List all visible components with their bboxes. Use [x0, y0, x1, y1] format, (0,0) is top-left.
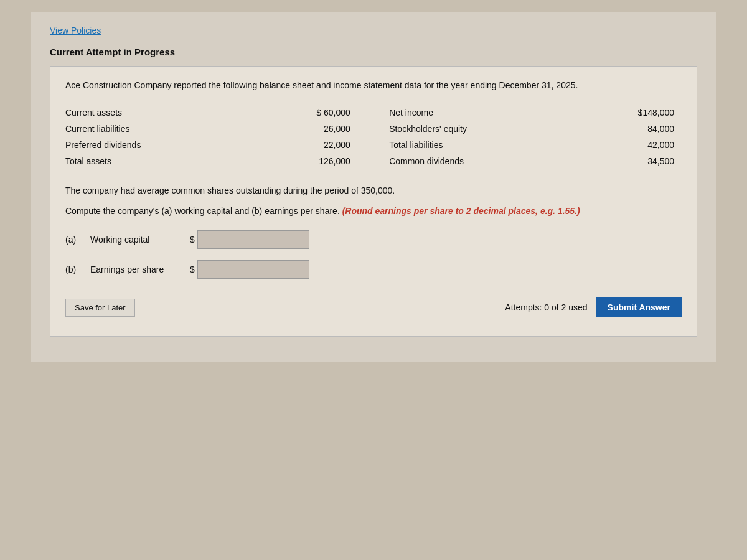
answer-label: Working capital [90, 235, 190, 245]
left-label: Current assets [65, 105, 253, 121]
right-label: Total liabilities [389, 137, 577, 153]
right-bottom: Attempts: 0 of 2 used Submit Answer [505, 297, 682, 317]
answer-letter: (a) [65, 235, 90, 245]
right-label: Net income [389, 105, 577, 121]
left-value: 26,000 [253, 121, 358, 137]
right-value: 34,500 [577, 153, 682, 169]
current-attempt-title: Current Attempt in Progress [50, 47, 697, 57]
table-row: Total assets 126,000 Common dividends 34… [65, 153, 682, 169]
paragraph2-highlight: (Round earnings per share to 2 decimal p… [342, 206, 580, 216]
paragraph1: The company had average common shares ou… [65, 184, 682, 197]
paragraph2-normal: Compute the company's (a) working capita… [65, 206, 340, 216]
answer-input[interactable] [197, 260, 309, 279]
question-box: Ace Construction Company reported the fo… [50, 66, 697, 337]
answer-section: (a) Working capital $ (b) Earnings per s… [65, 230, 682, 279]
right-label: Stockholders' equity [389, 121, 577, 137]
left-label: Preferred dividends [65, 137, 253, 153]
view-policies-link[interactable]: View Policies [50, 26, 101, 35]
table-row: Current liabilities 26,000 Stockholders'… [65, 121, 682, 137]
answer-label: Earnings per share [90, 264, 190, 274]
page-container: View Policies Current Attempt in Progres… [31, 12, 716, 362]
save-later-button[interactable]: Save for Later [65, 299, 135, 317]
bottom-bar: Save for Later Attempts: 0 of 2 used Sub… [65, 297, 682, 317]
right-label: Common dividends [389, 153, 577, 169]
right-value: 84,000 [577, 121, 682, 137]
left-label: Current liabilities [65, 121, 253, 137]
dollar-sign: $ [190, 235, 195, 245]
right-value: $148,000 [577, 105, 682, 121]
attempts-text: Attempts: 0 of 2 used [505, 302, 587, 312]
answer-row: (b) Earnings per share $ [65, 260, 682, 279]
question-intro: Ace Construction Company reported the fo… [65, 79, 682, 92]
answer-row: (a) Working capital $ [65, 230, 682, 249]
paragraph2: Compute the company's (a) working capita… [65, 205, 682, 218]
left-value: $ 60,000 [253, 105, 358, 121]
dollar-sign: $ [190, 264, 195, 274]
submit-answer-button[interactable]: Submit Answer [596, 297, 682, 317]
left-value: 22,000 [253, 137, 358, 153]
data-table: Current assets $ 60,000 Net income $148,… [65, 105, 682, 169]
table-row: Preferred dividends 22,000 Total liabili… [65, 137, 682, 153]
right-value: 42,000 [577, 137, 682, 153]
left-label: Total assets [65, 153, 253, 169]
table-row: Current assets $ 60,000 Net income $148,… [65, 105, 682, 121]
answer-input[interactable] [197, 230, 309, 249]
answer-letter: (b) [65, 264, 90, 274]
left-value: 126,000 [253, 153, 358, 169]
